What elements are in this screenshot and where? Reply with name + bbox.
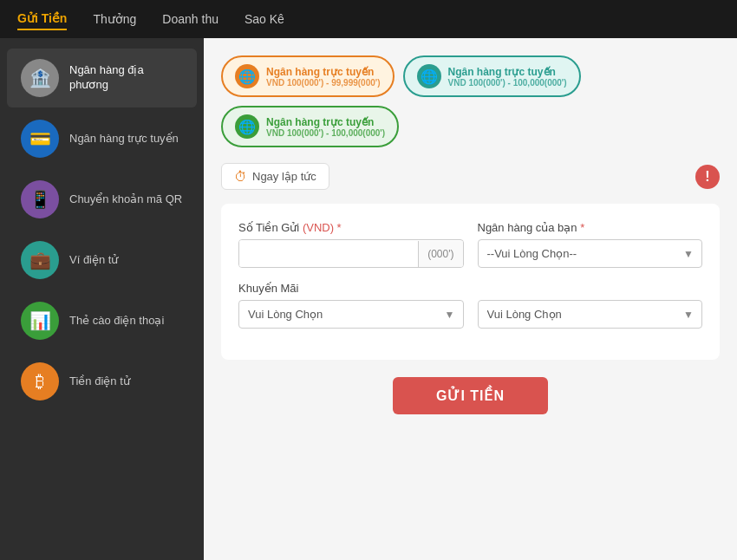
form-group-promo: Khuyến Mãi Vui Lòng Chọn ▼ [238,282,464,329]
amount-label: Số Tiền Gửi (VND) * [238,221,464,234]
sidebar-item-nganhangdiaphuong[interactable]: 🏦 Ngân hàng địa phương [7,49,197,107]
sidebar-item-tiendientu[interactable]: ₿ Tiền điện tử [7,352,197,411]
sidebar-item-thecaodienthoai[interactable]: 📊 Thẻ cào điện thoại [7,291,197,350]
promo-select-1[interactable]: Vui Lòng Chọn [238,300,464,329]
bank-pill-teal-sub: VND 100(000') - 100,000(000') [448,78,567,88]
crypto-icon: ₿ [21,362,59,400]
bank-local-icon: 🏦 [21,59,59,97]
content-area: 🌐 Ngân hàng trực tuyến VND 100(000') - 9… [204,38,737,560]
form-group-amount: Số Tiền Gửi (VND) * (000') [238,221,464,268]
instant-row: ⏱ Ngay lập tức ! [221,163,720,190]
bank-pill-orange[interactable]: 🌐 Ngân hàng trực tuyến VND 100(000') - 9… [221,55,395,97]
promo-label-2 [478,282,703,295]
submit-button[interactable]: GỬI TIỀN [393,377,548,414]
bank-label: Ngân hàng của bạn * [478,221,703,234]
sidebar-item-vidientu[interactable]: 💼 Ví điện tử [7,231,197,290]
nav-item-guitien[interactable]: Gửi Tiền [17,8,67,30]
sidebar-item-label-2: Chuyển khoản mã QR [69,192,182,207]
bank-pill-green[interactable]: 🌐 Ngân hàng trực tuyến VND 100(000') - 1… [221,106,399,147]
form-group-promo2: Vui Lòng Chọn ▼ [478,282,703,329]
promo-select2-wrapper: Vui Lòng Chọn ▼ [478,300,703,329]
bank-options-row: 🌐 Ngân hàng trực tuyến VND 100(000') - 9… [221,55,720,147]
form-card: Số Tiền Gửi (VND) * (000') Ngân hàng của… [221,204,720,360]
sidebar-item-label-4: Thẻ cào điện thoại [69,314,164,329]
top-navigation: Gửi Tiền Thưởng Doanh thu Sao Kê [0,0,737,38]
amount-input-wrapper: (000') [238,239,464,268]
alert-icon: ! [695,165,720,189]
bank-pill-orange-sub: VND 100(000') - 99,999(000') [266,78,381,88]
promo-label: Khuyến Mãi [238,282,464,295]
bank-pill-orange-title: Ngân hàng trực tuyến [266,66,381,78]
bank-select-wrapper: --Vui Lòng Chọn-- ▼ [478,239,703,268]
main-layout: 🏦 Ngân hàng địa phương 💳 Ngân hàng trực … [0,38,737,560]
bank-online-icon: 💳 [21,120,59,158]
phone-card-icon: 📊 [21,302,59,340]
nav-item-thuong[interactable]: Thưởng [93,9,136,29]
globe-icon-orange: 🌐 [235,64,259,88]
sidebar-item-label-0: Ngân hàng địa phương [69,63,183,93]
nav-item-saoke[interactable]: Sao Kê [245,9,284,29]
sidebar-item-label-1: Ngân hàng trực tuyến [69,132,179,147]
globe-icon-teal: 🌐 [417,64,441,88]
globe-icon-green: 🌐 [235,114,259,139]
sidebar-item-nganhangtructuyen[interactable]: 💳 Ngân hàng trực tuyến [7,109,197,168]
instant-label: Ngay lập tức [252,170,316,183]
amount-input[interactable] [239,240,418,267]
bank-pill-teal-title: Ngân hàng trực tuyến [448,66,567,78]
form-group-bank: Ngân hàng của bạn * --Vui Lòng Chọn-- ▼ [478,221,703,268]
sidebar-item-chuyenkhoankqr[interactable]: 📱 Chuyển khoản mã QR [7,170,197,229]
bank-select[interactable]: --Vui Lòng Chọn-- [478,239,703,268]
sidebar: 🏦 Ngân hàng địa phương 💳 Ngân hàng trực … [0,38,204,560]
nav-item-doanhthu[interactable]: Doanh thu [162,9,218,29]
form-row-promo: Khuyến Mãi Vui Lòng Chọn ▼ Vui Lòng Chọn… [238,282,702,329]
qr-transfer-icon: 📱 [21,180,59,218]
sidebar-item-label-3: Ví điện tử [69,253,118,268]
bank-pill-green-title: Ngân hàng trực tuyến [266,116,385,128]
instant-badge: ⏱ Ngay lập tức [221,163,329,190]
form-row-amount-bank: Số Tiền Gửi (VND) * (000') Ngân hàng của… [238,221,702,268]
promo-select1-wrapper: Vui Lòng Chọn ▼ [238,300,464,329]
amount-suffix: (000') [418,241,462,267]
sidebar-item-label-5: Tiền điện tử [69,374,130,389]
promo-select-2[interactable]: Vui Lòng Chọn [478,300,703,329]
bank-pill-green-sub: VND 100(000') - 100,000(000') [266,128,385,138]
ewallet-icon: 💼 [21,241,59,279]
clock-icon: ⏱ [234,169,247,184]
bank-pill-teal[interactable]: 🌐 Ngân hàng trực tuyến VND 100(000') - 1… [403,55,581,97]
submit-row: GỬI TIỀN [221,377,720,414]
